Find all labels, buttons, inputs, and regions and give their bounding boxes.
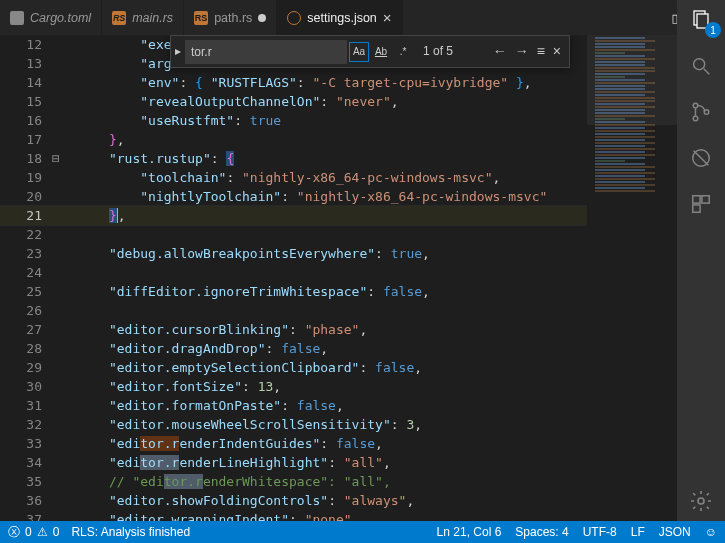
feedback-icon[interactable]: ☺: [705, 525, 717, 539]
regex-toggle[interactable]: .*: [393, 42, 413, 62]
svg-point-12: [698, 498, 704, 504]
svg-rect-10: [702, 196, 709, 203]
code-line[interactable]: 27 "editor.cursorBlinking": "phase",: [0, 320, 677, 339]
rust-crate-icon: [10, 11, 24, 25]
tab-bar: Cargo.toml RS main.rs RS path.rs setting…: [0, 0, 725, 35]
search-icon[interactable]: [689, 54, 713, 78]
indentation-status[interactable]: Spaces: 4: [515, 525, 568, 539]
code-line[interactable]: 20 "nightlyToolchain": "nightly-x86_64-p…: [0, 187, 677, 206]
svg-point-2: [694, 59, 705, 70]
rust-file-icon: RS: [194, 11, 208, 25]
tab-settings-json[interactable]: settings.json ×: [277, 0, 402, 35]
close-icon[interactable]: ×: [383, 9, 392, 26]
eol-status[interactable]: LF: [631, 525, 645, 539]
tab-path-rs[interactable]: RS path.rs: [184, 0, 277, 35]
editor-area[interactable]: 12 "execu13 "args"14 "env": { "RUSTFLAGS…: [0, 35, 677, 521]
code-line[interactable]: 14 "env": { "RUSTFLAGS": "-C target-cpu=…: [0, 73, 677, 92]
svg-line-3: [704, 69, 710, 75]
code-line[interactable]: 18⊟ "rust.rustup": {: [0, 149, 677, 168]
problems-status[interactable]: ⓧ0 ⚠0: [8, 524, 59, 541]
error-icon: ⓧ: [8, 524, 20, 541]
svg-rect-11: [693, 205, 700, 212]
svg-point-4: [693, 103, 698, 108]
dirty-indicator-icon: [258, 14, 266, 22]
find-widget: ▸ Aa Ab .* 1 of 5 ← → ≡ ×: [170, 35, 570, 68]
tab-label: main.rs: [132, 11, 173, 25]
code-line[interactable]: 33 "editor.renderIndentGuides": false,: [0, 434, 677, 453]
tab-label: settings.json: [307, 11, 376, 25]
code-line[interactable]: 22: [0, 225, 677, 244]
match-count: 1 of 5: [423, 42, 453, 61]
match-case-toggle[interactable]: Aa: [349, 42, 369, 62]
close-find-icon[interactable]: ×: [553, 42, 561, 61]
explorer-badge: 1: [705, 22, 721, 38]
svg-point-5: [693, 116, 698, 121]
prev-match-icon[interactable]: ←: [493, 42, 507, 61]
activity-bar: 1: [677, 0, 725, 543]
code-line[interactable]: 30 "editor.fontSize": 13,: [0, 377, 677, 396]
code-line[interactable]: 21 },: [0, 206, 677, 225]
debug-icon[interactable]: [689, 146, 713, 170]
language-status[interactable]: JSON: [659, 525, 691, 539]
code-line[interactable]: 37 "editor.wrappingIndent": "none",: [0, 510, 677, 521]
svg-rect-9: [693, 196, 700, 203]
code-line[interactable]: 36 "editor.showFoldingControls": "always…: [0, 491, 677, 510]
next-match-icon[interactable]: →: [515, 42, 529, 61]
code-line[interactable]: 25 "diffEditor.ignoreTrimWhitespace": fa…: [0, 282, 677, 301]
tab-label: path.rs: [214, 11, 252, 25]
status-bar: ⓧ0 ⚠0 RLS: Analysis finished Ln 21, Col …: [0, 521, 725, 543]
find-input[interactable]: [185, 40, 347, 64]
code-line[interactable]: 29 "editor.emptySelectionClipboard": fal…: [0, 358, 677, 377]
source-control-icon[interactable]: [689, 100, 713, 124]
svg-line-8: [694, 151, 709, 166]
whole-word-toggle[interactable]: Ab: [371, 42, 391, 62]
extensions-icon[interactable]: [689, 192, 713, 216]
code-line[interactable]: 23 "debug.allowBreakpointsEverywhere": t…: [0, 244, 677, 263]
warning-icon: ⚠: [37, 525, 48, 539]
code-line[interactable]: 34 "editor.renderLineHighlight": "all",: [0, 453, 677, 472]
toggle-replace-icon[interactable]: ▸: [171, 42, 185, 61]
code-line[interactable]: 32 "editor.mouseWheelScrollSensitivity":…: [0, 415, 677, 434]
tab-label: Cargo.toml: [30, 11, 91, 25]
code-line[interactable]: 26: [0, 301, 677, 320]
code-line[interactable]: 17 },: [0, 130, 677, 149]
encoding-status[interactable]: UTF-8: [583, 525, 617, 539]
settings-gear-icon[interactable]: [689, 489, 713, 513]
code-line[interactable]: 35 // "editor.renderWhitespace": "all",: [0, 472, 677, 491]
find-in-selection-icon[interactable]: ≡: [537, 42, 545, 61]
cursor-position[interactable]: Ln 21, Col 6: [437, 525, 502, 539]
settings-file-icon: [287, 11, 301, 25]
code-line[interactable]: 15 "revealOutputChannelOn": "never",: [0, 92, 677, 111]
rls-status[interactable]: RLS: Analysis finished: [71, 525, 190, 539]
tab-main-rs[interactable]: RS main.rs: [102, 0, 184, 35]
code-line[interactable]: 28 "editor.dragAndDrop": false,: [0, 339, 677, 358]
code-line[interactable]: 19 "toolchain": "nightly-x86_64-pc-windo…: [0, 168, 677, 187]
code-line[interactable]: 31 "editor.formatOnPaste": false,: [0, 396, 677, 415]
code-line[interactable]: 16 "useRustfmt": true: [0, 111, 677, 130]
tab-cargo-toml[interactable]: Cargo.toml: [0, 0, 102, 35]
code-line[interactable]: 24: [0, 263, 677, 282]
rust-file-icon: RS: [112, 11, 126, 25]
